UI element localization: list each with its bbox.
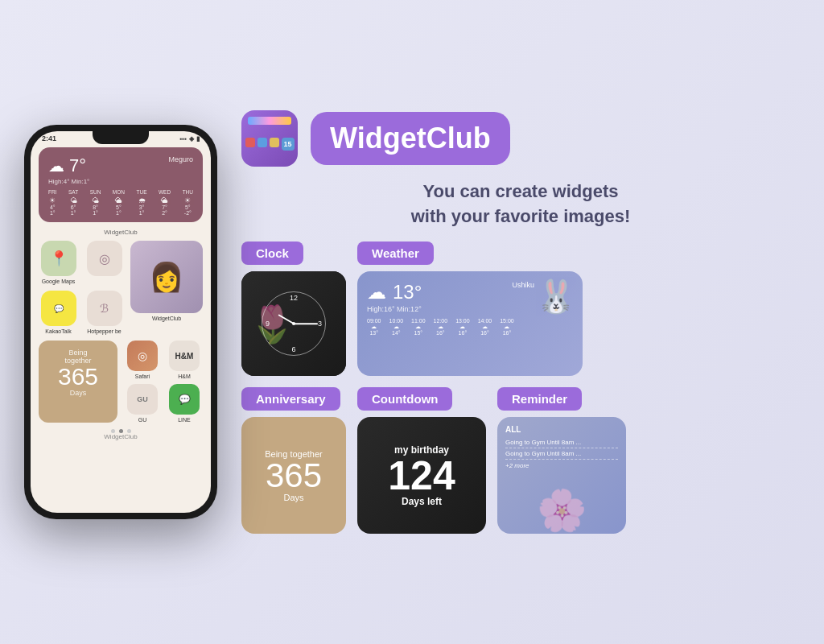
kakao-icon: 💬 <box>41 291 76 326</box>
dot-yellow <box>270 138 279 147</box>
weather-days: FRI ☀ 4° 1° SAT 🌤 6° 1° <box>48 189 193 216</box>
weather-temp: 7° <box>69 155 86 176</box>
clock-min-hand <box>294 324 318 325</box>
kakao-label: KakaoTalk <box>45 328 71 334</box>
maps-label: Google Maps <box>42 279 76 284</box>
app-item-hotpepper[interactable]: ℬ Hotpepper be <box>84 291 124 334</box>
clock-6: 6 <box>291 345 295 353</box>
app-item-line[interactable]: 💬 LINE <box>166 384 203 423</box>
clock-badge[interactable]: Clock <box>241 242 303 265</box>
anniversary-preview-number: 365 <box>266 459 322 493</box>
phone-device: 2:41 ▪▪▪ ◈ ▮ ☁ 7° <box>24 125 217 519</box>
status-icons: ▪▪▪ ◈ ▮ <box>179 135 200 142</box>
line-icon: 💬 <box>169 384 200 415</box>
anniversary-number: 365 <box>47 365 109 389</box>
reminder-item-2: Going to Gym Until 8am ... <box>505 448 618 460</box>
countdown-days-left: Days left <box>402 496 442 507</box>
weather-preview-cloud-icon: ☁ <box>367 281 386 303</box>
weather-badge[interactable]: Weather <box>357 242 434 265</box>
reminder-preview: 🌸 ALL Going to Gym Until 8am ... Going t… <box>497 417 626 534</box>
right-section: 15 WidgetClub You can create widgets wit… <box>241 110 800 535</box>
hour-10: 10:00☁14° <box>389 318 404 336</box>
reminder-all: ALL <box>505 425 618 434</box>
countdown-category: Countdown my birthday 124 Days left <box>357 387 486 534</box>
clock-12: 12 <box>290 294 298 302</box>
hm-label: H&M <box>178 374 191 379</box>
tagline-line2: with your favorite images! <box>411 206 631 226</box>
app-item-swirl[interactable]: ◎ <box>84 241 124 284</box>
weather-day-fri: FRI ☀ 4° 1° <box>48 189 56 216</box>
bottom-section: Being together 365 Days ◎ Safari H&M <box>39 341 203 423</box>
reminder-badge[interactable]: Reminder <box>497 387 582 411</box>
anniversary-badge[interactable]: Anniversary <box>241 387 340 411</box>
dot-red <box>245 138 255 147</box>
photo-widget: 👩 <box>130 241 203 313</box>
reminder-item-1: Going to Gym Until 8am ... <box>505 437 618 448</box>
clock-center-dot <box>292 322 295 325</box>
gu-icon: GU <box>127 384 158 415</box>
app-item-gu[interactable]: GU GU <box>124 384 161 423</box>
weather-top: ☁ 7° Meguro <box>48 155 193 176</box>
weather-preview-minmax: High:16° Min:12° <box>367 305 573 313</box>
countdown-badge[interactable]: Countdown <box>357 387 452 411</box>
widgetclub-bottom-label: WidgetClub <box>39 433 203 440</box>
main-container: 2:41 ▪▪▪ ◈ ▮ ☁ 7° <box>0 0 824 644</box>
clock-preview: 🌷 12 3 6 9 <box>241 271 346 376</box>
weather-temp-main: ☁ 7° <box>48 155 86 176</box>
battery-icon: ▮ <box>196 135 200 142</box>
hour-13: 13:00☁16° <box>455 318 470 336</box>
weather-day-wed: WED 🌥 7° 2° <box>159 189 171 216</box>
weather-preview-hours: 09:00☁13° 10:00☁14° 11:00☁15° 12:00☁16° … <box>367 318 573 336</box>
app-item-maps[interactable]: 📍 Google Maps <box>39 241 78 284</box>
clock-display: 2:41 <box>42 134 56 142</box>
anniversary-preview-days: Days <box>283 493 303 502</box>
weather-day-tue: TUE 🌧 3° 1° <box>137 189 147 216</box>
anniversary-together: together <box>47 357 109 365</box>
icon-dots: 15 <box>245 138 295 151</box>
hour-15: 15:00☁16° <box>500 318 514 336</box>
dot-blue <box>258 138 267 147</box>
phone-section: 2:41 ▪▪▪ ◈ ▮ ☁ 7° <box>24 125 217 519</box>
widget-club-top-label: WidgetClub <box>39 229 203 236</box>
weather-preview-temp: 13° <box>393 281 422 303</box>
app-item-kakao[interactable]: 💬 KakaoTalk <box>39 291 78 334</box>
hotpepper-icon: ℬ <box>87 291 122 326</box>
hour-12: 12:00☁16° <box>434 318 448 336</box>
anniversary-category: Anniversary Being together 365 Days <box>241 387 346 534</box>
line-label: LINE <box>178 417 191 423</box>
weather-category: Weather 🐰 ☁ 13° Ushiku High:16° Min:12° … <box>357 242 583 376</box>
swirl-icon: ◎ <box>87 241 122 276</box>
phone-content: ☁ 7° Meguro High:4° Min:1° FRI ☀ 4° 1° <box>31 144 211 444</box>
hotpepper-label: Hotpepper be <box>87 328 121 334</box>
weather-day-sat: SAT 🌤 6° 1° <box>68 189 78 216</box>
hm-icon: H&M <box>169 341 200 371</box>
phone-screen: 2:41 ▪▪▪ ◈ ▮ ☁ 7° <box>31 131 211 513</box>
widgetclub-app-icon[interactable]: 15 <box>241 110 298 167</box>
weather-widget[interactable]: ☁ 7° Meguro High:4° Min:1° FRI ☀ 4° 1° <box>39 147 203 222</box>
weather-day-thu: THU ☀ 5° -2° <box>183 189 193 216</box>
weather-preview: 🐰 ☁ 13° Ushiku High:16° Min:12° 09:00☁13… <box>357 271 583 376</box>
widget-categories: Clock 🌷 12 3 6 9 <box>241 242 800 534</box>
icon-stripe <box>248 117 291 125</box>
tagline-line1: You can create widgets <box>423 181 619 201</box>
weather-preview-location: Ushiku <box>512 281 534 289</box>
anniversary-days: Days <box>47 389 109 397</box>
safari-label: Safari <box>135 374 150 379</box>
clock-9: 9 <box>266 320 270 328</box>
anniversary-being: Being <box>47 349 109 357</box>
widgetclub-photo-label: WidgetClub <box>152 316 181 321</box>
anniversary-widget-phone[interactable]: Being together 365 Days <box>39 341 117 423</box>
tagline: You can create widgets with your favorit… <box>241 180 800 229</box>
app-header: 15 WidgetClub <box>241 110 800 167</box>
hour-14: 14:00☁16° <box>478 318 492 336</box>
app-item-hm[interactable]: H&M H&M <box>166 341 203 379</box>
countdown-number: 124 <box>388 456 455 496</box>
app-item-photo[interactable]: 👩 WidgetClub <box>130 241 203 334</box>
gu-label: GU <box>138 417 147 423</box>
app-title: WidgetClub <box>330 122 491 155</box>
app-item-safari[interactable]: ◎ Safari <box>124 341 161 379</box>
clock-3: 3 <box>318 320 322 328</box>
app-grid-row1: 📍 Google Maps ◎ 👩 WidgetClub <box>39 241 203 334</box>
icon-15: 15 <box>282 138 295 151</box>
signal-icon: ▪▪▪ <box>179 135 187 142</box>
